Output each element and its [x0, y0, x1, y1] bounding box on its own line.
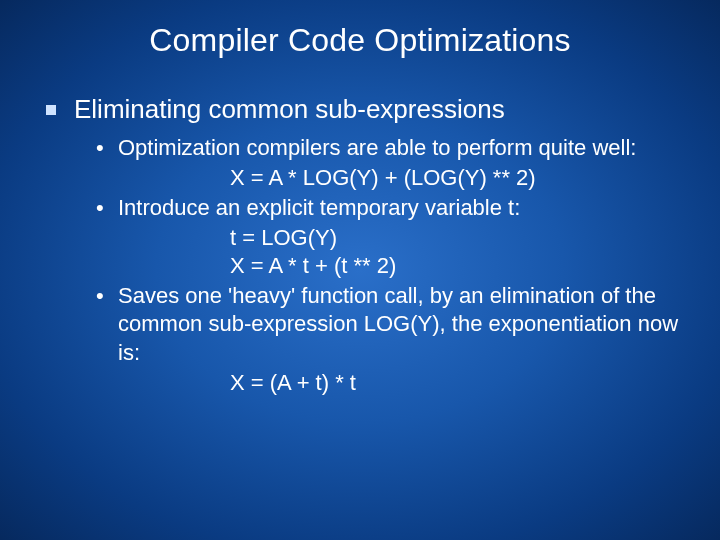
- point-text: Optimization compilers are able to perfo…: [118, 135, 636, 160]
- code-line: X = A * t + (t ** 2): [40, 252, 680, 280]
- dot-bullet-icon: •: [96, 134, 104, 162]
- dot-bullet-icon: •: [96, 282, 104, 310]
- point-text: Saves one 'heavy' function call, by an e…: [118, 283, 678, 364]
- topic-text: Eliminating common sub-expressions: [74, 94, 505, 124]
- bullet-level2: • Introduce an explicit temporary variab…: [40, 194, 680, 222]
- code-line: X = A * LOG(Y) + (LOG(Y) ** 2): [40, 164, 680, 192]
- square-bullet-icon: [46, 105, 56, 115]
- slide-title: Compiler Code Optimizations: [40, 22, 680, 59]
- code-line: X = (A + t) * t: [40, 369, 680, 397]
- slide: Compiler Code Optimizations Eliminating …: [0, 0, 720, 540]
- bullet-level2: • Saves one 'heavy' function call, by an…: [40, 282, 680, 366]
- bullet-level2: • Optimization compilers are able to per…: [40, 134, 680, 162]
- code-line: t = LOG(Y): [40, 224, 680, 252]
- dot-bullet-icon: •: [96, 194, 104, 222]
- point-text: Introduce an explicit temporary variable…: [118, 195, 520, 220]
- bullet-level1: Eliminating common sub-expressions: [40, 93, 680, 126]
